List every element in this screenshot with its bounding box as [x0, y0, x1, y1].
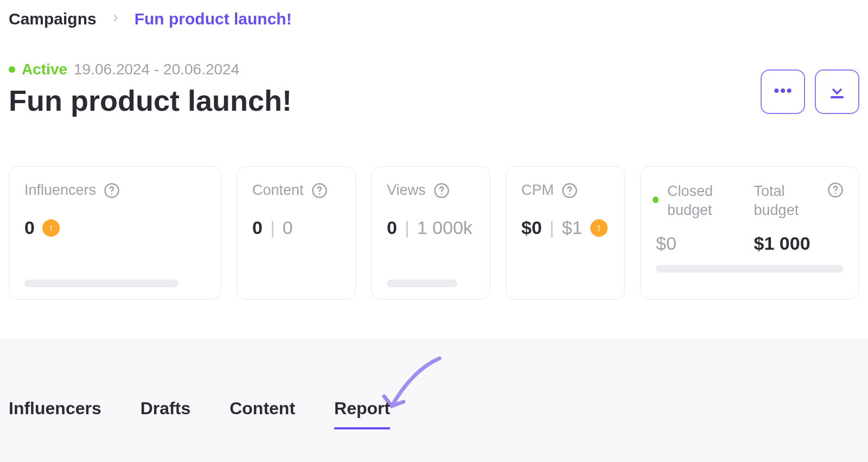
tabs: Influencers Drafts Content Report	[9, 398, 859, 429]
tab-report[interactable]: Report	[334, 398, 390, 429]
page-title: Fun product launch!	[9, 84, 292, 117]
svg-point-13	[569, 193, 571, 195]
value-separator: |	[270, 217, 275, 238]
warning-icon[interactable]	[42, 219, 60, 237]
card-value: $0	[521, 217, 542, 238]
tab-content[interactable]: Content	[229, 398, 295, 429]
help-icon[interactable]	[104, 182, 120, 199]
svg-point-9	[318, 193, 320, 195]
status-line: Active 19.06.2024 - 20.06.2024	[9, 61, 292, 78]
card-target: 0	[283, 217, 293, 238]
svg-rect-14	[598, 225, 599, 229]
progress-bar	[387, 280, 457, 287]
card-label: Content	[252, 182, 304, 199]
card-target: $1	[562, 217, 583, 238]
svg-point-2	[787, 88, 792, 93]
progress-bar	[656, 265, 844, 273]
card-influencers: Influencers 0	[9, 166, 221, 300]
help-icon[interactable]	[561, 182, 578, 199]
svg-point-17	[835, 193, 837, 194]
breadcrumb-current[interactable]: Fun product launch!	[135, 10, 292, 28]
card-views: Views 0 | 1 000k	[371, 166, 490, 300]
more-actions-button[interactable]	[761, 69, 805, 114]
help-icon[interactable]	[311, 182, 328, 199]
help-icon[interactable]	[827, 182, 844, 198]
card-label: Influencers	[24, 182, 96, 199]
svg-rect-3	[831, 96, 843, 98]
svg-point-15	[598, 229, 599, 230]
card-value: 0	[252, 217, 263, 238]
svg-point-0	[774, 88, 778, 93]
date-range: 19.06.2024 - 20.06.2024	[74, 61, 239, 78]
status-text: Active	[22, 61, 67, 78]
chevron-right-icon	[110, 10, 122, 28]
download-button[interactable]	[815, 69, 859, 114]
breadcrumb-root[interactable]: Campaigns	[9, 10, 97, 28]
card-budget: Closed budget $0 Total budget $1 000	[640, 166, 859, 300]
card-label: Views	[387, 182, 426, 199]
card-value: 0	[24, 217, 35, 238]
closed-budget-value: $0	[656, 233, 754, 254]
closed-budget-label: Closed budget	[667, 182, 754, 220]
status-dot-icon	[9, 66, 15, 73]
card-cpm: CPM $0 | $1	[506, 166, 625, 300]
status-dot-icon	[653, 197, 659, 203]
value-separator: |	[550, 217, 554, 238]
tab-influencers[interactable]: Influencers	[9, 398, 101, 429]
warning-icon[interactable]	[590, 219, 608, 237]
total-budget-value: $1 000	[754, 233, 827, 254]
svg-point-5	[111, 193, 113, 195]
card-target: 1 000k	[417, 217, 473, 238]
metrics-cards: Influencers 0 Content 0	[9, 166, 859, 300]
dots-horizontal-icon	[772, 80, 794, 104]
help-icon[interactable]	[433, 182, 450, 199]
download-icon	[826, 80, 848, 104]
value-separator: |	[405, 217, 410, 238]
svg-point-11	[441, 193, 442, 195]
progress-bar	[24, 280, 178, 287]
card-label: CPM	[521, 182, 554, 199]
card-content: Content 0 | 0	[237, 166, 356, 300]
svg-point-1	[781, 88, 785, 93]
breadcrumb: Campaigns Fun product launch!	[9, 10, 859, 28]
svg-rect-6	[50, 225, 52, 229]
card-value: 0	[387, 217, 397, 238]
tab-drafts[interactable]: Drafts	[141, 398, 190, 429]
tabs-section: Influencers Drafts Content Report	[0, 339, 868, 462]
total-budget-label: Total budget	[754, 182, 827, 220]
svg-point-7	[50, 229, 52, 230]
